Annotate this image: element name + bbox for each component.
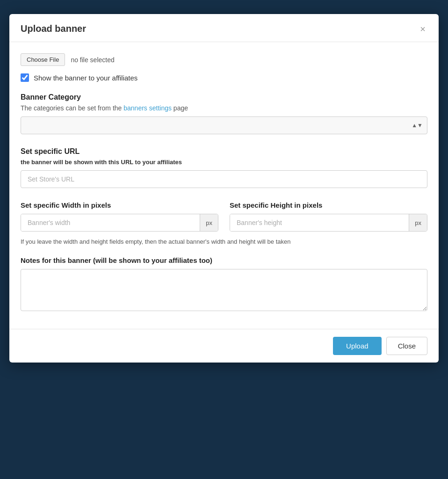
- modal-body: Choose File no file selected Show the ba…: [9, 42, 439, 329]
- height-input[interactable]: [230, 214, 409, 231]
- width-input-row: px: [21, 214, 218, 232]
- close-icon-button[interactable]: ×: [418, 24, 427, 34]
- width-group: Set specific Width in pixels px: [21, 201, 218, 232]
- file-input-row: Choose File no file selected: [21, 53, 427, 66]
- banner-category-select[interactable]: [21, 116, 427, 134]
- height-px-badge: px: [409, 214, 427, 231]
- notes-label: Notes for this banner (will be shown to …: [21, 256, 427, 264]
- show-banner-checkbox-row: Show the banner to your affiliates: [21, 73, 427, 82]
- notes-textarea[interactable]: [21, 269, 427, 311]
- banner-category-desc-suffix: page: [172, 104, 188, 112]
- footer-close-button[interactable]: Close: [386, 337, 427, 355]
- upload-banner-modal: Upload banner × Choose File no file sele…: [9, 14, 439, 363]
- banner-category-select-wrapper: ▲▼: [21, 116, 427, 134]
- show-banner-checkbox[interactable]: [21, 73, 29, 82]
- modal-footer: Upload Close: [9, 329, 439, 363]
- dimensions-row: Set specific Width in pixels px Set spec…: [21, 201, 427, 232]
- banner-category-desc: The categories can be set from the banne…: [21, 104, 427, 112]
- choose-file-button[interactable]: Choose File: [21, 53, 65, 66]
- width-label: Set specific Width in pixels: [21, 201, 218, 209]
- modal-title: Upload banner: [21, 23, 86, 34]
- banner-category-title: Banner Category: [21, 93, 427, 102]
- width-input[interactable]: [21, 214, 200, 231]
- dimensions-hint: If you leave the width and height fields…: [21, 238, 427, 245]
- width-px-badge: px: [200, 214, 218, 231]
- notes-section: Notes for this banner (will be shown to …: [21, 256, 427, 313]
- modal-header: Upload banner ×: [9, 14, 439, 42]
- banner-category-desc-prefix: The categories can be set from the: [21, 104, 123, 112]
- upload-button[interactable]: Upload: [333, 337, 382, 355]
- no-file-text: no file selected: [71, 56, 114, 64]
- banners-settings-link[interactable]: banners settings: [123, 104, 172, 112]
- set-url-subtitle: the banner will be shown with this URL t…: [21, 159, 427, 166]
- height-label: Set specific Height in pixels: [230, 201, 427, 209]
- set-url-section: Set specific URL the banner will be show…: [21, 147, 427, 188]
- set-url-title: Set specific URL: [21, 147, 427, 156]
- banner-category-section: Banner Category The categories can be se…: [21, 93, 427, 134]
- url-input[interactable]: [21, 170, 427, 188]
- height-input-row: px: [230, 214, 427, 232]
- height-group: Set specific Height in pixels px: [230, 201, 427, 232]
- show-banner-label: Show the banner to your affiliates: [34, 74, 137, 82]
